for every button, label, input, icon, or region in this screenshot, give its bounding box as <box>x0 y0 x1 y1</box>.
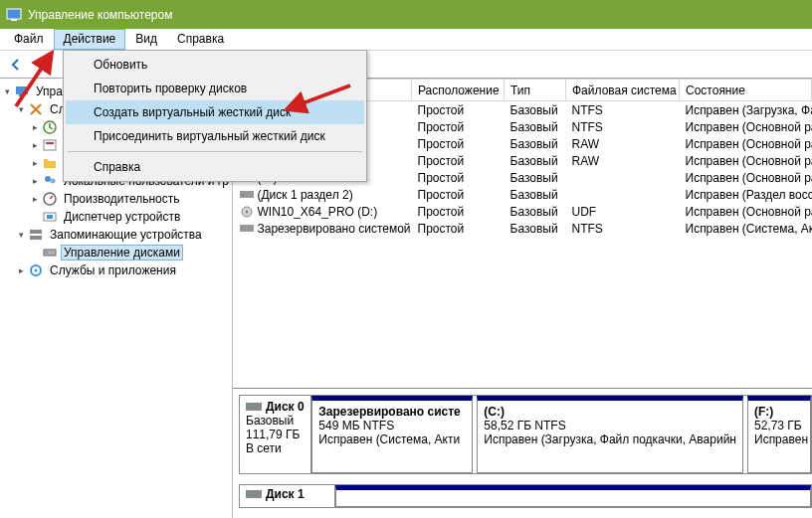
vol-status: Исправен (Загрузка, Фа <box>680 101 812 119</box>
svg-point-33 <box>242 227 244 229</box>
app-icon <box>6 7 22 23</box>
partition[interactable] <box>335 485 811 507</box>
part-name: (F:) <box>754 405 773 419</box>
collapse-icon[interactable]: ▾ <box>14 104 28 114</box>
vol-status: Исправен (Основной ра <box>680 169 812 186</box>
menu-attach-vhd[interactable]: Присоединить виртуальный жесткий диск <box>66 124 364 148</box>
tree-label: Производительность <box>62 192 181 206</box>
svg-rect-11 <box>47 215 53 219</box>
vol-type: Базовый <box>505 220 566 237</box>
action-menu-dropdown: Обновить Повторить проверку дисков Созда… <box>63 50 367 182</box>
vol-type: Базовый <box>505 101 566 119</box>
vol-type: Базовый <box>505 152 566 169</box>
vol-layout: Простой <box>412 135 505 152</box>
vol-layout: Простой <box>412 101 505 119</box>
vol-type: Базовый <box>505 118 566 135</box>
volume-icon <box>240 205 254 219</box>
expand-icon[interactable]: ▸ <box>28 158 42 168</box>
disk-status: В сети <box>246 441 304 455</box>
expand-icon[interactable]: ▸ <box>28 140 42 150</box>
menu-help[interactable]: Справка <box>66 155 364 179</box>
part-status: Исправен (Система, Акти <box>318 432 460 446</box>
disk-size: 111,79 ГБ <box>246 428 304 441</box>
partition[interactable]: (C:) 58,52 ГБ NTFS Исправен (Загрузка, Ф… <box>477 396 743 473</box>
vol-fs: UDF <box>566 203 680 220</box>
back-icon[interactable] <box>6 55 26 75</box>
vol-fs: NTFS <box>566 118 680 135</box>
titlebar: Управление компьютером <box>0 0 812 29</box>
menu-help[interactable]: Справка <box>167 29 234 50</box>
tree-label: Диспетчер устройств <box>62 210 182 224</box>
vol-name: Зарезервировано системой <box>258 222 411 236</box>
expand-icon[interactable]: ▸ <box>28 122 42 132</box>
vol-type: Базовый <box>505 169 566 186</box>
table-row[interactable]: (Диск 1 раздел 2)ПростойБазовыйИсправен … <box>234 186 812 203</box>
menu-action[interactable]: Действие <box>54 29 126 50</box>
vol-layout: Простой <box>412 169 505 186</box>
tree-label: Службы и приложения <box>48 263 178 277</box>
part-name: Зарезервировано систе <box>318 405 461 419</box>
col-layout[interactable]: Расположение <box>412 80 505 101</box>
volume-icon <box>240 189 254 201</box>
collapse-icon[interactable]: ▾ <box>14 230 28 240</box>
disk-icon <box>42 245 58 260</box>
tree-services[interactable]: ▸ Службы и приложения <box>0 261 232 279</box>
svg-point-15 <box>46 252 48 254</box>
device-icon <box>42 209 58 225</box>
services-icon <box>28 262 44 278</box>
disk-header: Диск 0 Базовый 111,79 ГБ В сети <box>240 396 311 473</box>
col-status[interactable]: Состояние <box>680 80 812 101</box>
expand-icon[interactable]: ▸ <box>28 176 42 186</box>
vol-type: Базовый <box>505 186 566 203</box>
vol-name: (Диск 1 раздел 2) <box>258 188 353 202</box>
menu-rescan-disks[interactable]: Повторить проверку дисков <box>66 77 364 100</box>
collapse-icon[interactable]: ▾ <box>0 86 14 96</box>
col-fs[interactable]: Файловая система <box>566 80 680 101</box>
svg-point-7 <box>45 176 51 182</box>
disk-icon <box>246 401 262 413</box>
partition[interactable]: (F:) 52,73 ГБ Исправен <box>747 396 811 473</box>
table-row[interactable]: WIN10_X64_PRO (D:)ПростойБазовыйUDFИспра… <box>234 203 812 220</box>
vol-layout: Простой <box>412 118 505 135</box>
vol-layout: Простой <box>412 203 505 220</box>
tree-storage[interactable]: ▾ Запоминающие устройства <box>0 226 232 244</box>
disk-partitions <box>335 485 811 507</box>
tree-label: Управление дисками <box>62 246 182 259</box>
disk-icon <box>246 488 262 500</box>
tree-item[interactable]: Диспетчер устройств <box>0 208 232 226</box>
tools-icon <box>28 101 44 117</box>
tree-disk-management[interactable]: Управление дисками <box>0 244 232 261</box>
eventviewer-icon <box>42 137 58 153</box>
menu-create-vhd[interactable]: Создать виртуальный жесткий диск <box>66 100 364 124</box>
disk-row[interactable]: Диск 0 Базовый 111,79 ГБ В сети Зарезерв… <box>239 395 812 474</box>
vol-status: Исправен (Раздел восст <box>680 186 812 203</box>
disk-type: Базовый <box>246 414 304 428</box>
expand-icon[interactable]: ▸ <box>28 194 42 204</box>
part-status: Исправен (Загрузка, Файл подкачки, Авари… <box>484 432 736 446</box>
tree-item[interactable]: ▸ Производительность <box>0 190 232 208</box>
svg-rect-5 <box>44 140 56 150</box>
svg-rect-2 <box>16 86 28 94</box>
partition[interactable]: Зарезервировано систе 549 МБ NTFS Исправ… <box>311 396 473 473</box>
forward-icon[interactable] <box>32 55 52 75</box>
svg-rect-14 <box>44 250 56 256</box>
table-row[interactable]: Зарезервировано системойПростойБазовыйNT… <box>234 220 812 237</box>
menu-separator <box>68 151 362 152</box>
vol-name: WIN10_X64_PRO (D:) <box>258 205 378 219</box>
tree-label: Запоминающие устройства <box>48 228 204 242</box>
part-size: 58,52 ГБ NTFS <box>484 419 565 432</box>
svg-point-29 <box>242 193 244 195</box>
disk-row[interactable]: Диск 1 <box>239 484 812 508</box>
menu-file[interactable]: Файл <box>4 29 54 50</box>
expand-icon[interactable]: ▸ <box>14 265 28 275</box>
menu-view[interactable]: Вид <box>125 29 167 50</box>
part-name: (C:) <box>484 405 505 419</box>
vol-status: Исправен (Основной ра <box>680 118 812 135</box>
menubar: Файл Действие Вид Справка <box>0 29 812 51</box>
vol-layout: Простой <box>412 186 505 203</box>
vol-layout: Простой <box>412 220 505 237</box>
menu-refresh[interactable]: Обновить <box>66 53 364 77</box>
vol-fs: RAW <box>566 152 680 169</box>
col-type[interactable]: Тип <box>505 80 566 101</box>
vol-status: Исправен (Основной ра <box>680 135 812 152</box>
